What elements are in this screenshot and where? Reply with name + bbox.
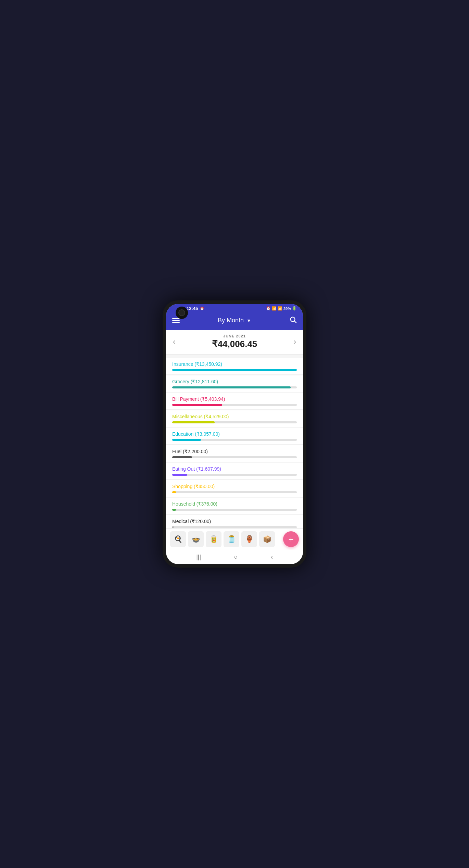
categories-list: Insurance (₹13,450.92)Grocery (₹12,811.6… bbox=[166, 355, 303, 528]
category-item[interactable]: Eating Out (₹1,607.99) bbox=[166, 463, 303, 480]
thumbnail-6[interactable]: 📦 bbox=[259, 531, 275, 547]
category-item[interactable]: Miscellaneous (₹4,529.00) bbox=[166, 410, 303, 427]
status-right: ⏰ 📶 📶 29% 🔋 bbox=[266, 306, 297, 311]
category-bar-fill bbox=[172, 439, 201, 441]
category-bar-fill bbox=[172, 456, 192, 458]
category-name: Fuel (₹2,200.00) bbox=[172, 449, 297, 454]
category-item[interactable]: Household (₹376.00) bbox=[166, 498, 303, 514]
category-bar-track bbox=[172, 474, 297, 476]
recent-apps-button[interactable]: ||| bbox=[196, 554, 201, 561]
thumbnail-2[interactable]: 🍲 bbox=[188, 531, 204, 547]
category-bar-fill bbox=[172, 421, 215, 423]
category-item[interactable]: Shopping (₹450.00) bbox=[166, 480, 303, 497]
category-bar-track bbox=[172, 369, 297, 371]
category-bar-track bbox=[172, 491, 297, 493]
category-bar-track bbox=[172, 421, 297, 423]
menu-line-2 bbox=[172, 320, 180, 321]
status-clock-icon: ⏰ bbox=[200, 307, 204, 310]
category-bar-track bbox=[172, 509, 297, 511]
category-name: Household (₹376.00) bbox=[172, 501, 297, 507]
month-info: JUNE 2021 ₹44,006.45 bbox=[212, 334, 257, 349]
bottom-thumbnails-bar: 🍳 🍲 🥫 🫙 🏺 📦 + bbox=[166, 528, 303, 550]
category-bar-fill bbox=[172, 474, 187, 476]
battery-text: 29% bbox=[283, 307, 291, 311]
category-item[interactable]: Medical (₹120.00) bbox=[166, 515, 303, 528]
alarm-icon: ⏰ bbox=[266, 306, 271, 311]
signal-icon: 📶 bbox=[278, 306, 282, 311]
home-button[interactable]: ○ bbox=[234, 554, 238, 561]
search-button[interactable] bbox=[289, 316, 297, 325]
category-bar-track bbox=[172, 404, 297, 406]
category-item[interactable]: Insurance (₹13,450.92) bbox=[166, 358, 303, 375]
battery-icon: 🔋 bbox=[292, 306, 297, 311]
category-item[interactable]: Fuel (₹2,200.00) bbox=[166, 445, 303, 462]
category-item[interactable]: Bill Payment (₹5,403.94) bbox=[166, 393, 303, 410]
category-name: Insurance (₹13,450.92) bbox=[172, 361, 297, 367]
wifi-icon: 📶 bbox=[272, 306, 277, 311]
category-name: Education (₹3,057.00) bbox=[172, 431, 297, 437]
phone-frame: 12:45 ⏰ ⏰ 📶 📶 29% 🔋 By Month ▼ bbox=[163, 300, 306, 568]
category-bar-fill bbox=[172, 491, 176, 493]
month-total-amount: ₹44,006.45 bbox=[212, 339, 257, 349]
category-bar-fill bbox=[172, 509, 176, 511]
header-title: By Month bbox=[218, 317, 244, 324]
category-item[interactable]: Education (₹3,057.00) bbox=[166, 428, 303, 445]
status-time: 12:45 bbox=[187, 306, 198, 311]
category-bar-fill bbox=[172, 369, 297, 371]
thumbnail-4[interactable]: 🫙 bbox=[224, 531, 239, 547]
category-bar-track bbox=[172, 439, 297, 441]
category-name: Eating Out (₹1,607.99) bbox=[172, 466, 297, 472]
prev-month-button[interactable]: ‹ bbox=[173, 337, 175, 346]
thumbnail-1[interactable]: 🍳 bbox=[170, 531, 186, 547]
month-navigation: ‹ JUNE 2021 ₹44,006.45 › bbox=[166, 330, 303, 355]
fab-add-button[interactable]: + bbox=[283, 531, 299, 547]
system-nav-bar: ||| ○ ‹ bbox=[166, 550, 303, 564]
category-bar-fill bbox=[172, 386, 291, 388]
phone-screen: 12:45 ⏰ ⏰ 📶 📶 29% 🔋 By Month ▼ bbox=[166, 304, 303, 564]
category-bar-fill bbox=[172, 404, 222, 406]
category-name: Grocery (₹12,811.60) bbox=[172, 379, 297, 384]
camera-lens bbox=[178, 309, 185, 316]
next-month-button[interactable]: › bbox=[294, 337, 296, 346]
back-button[interactable]: ‹ bbox=[271, 554, 273, 561]
camera-notch bbox=[176, 307, 188, 319]
category-name: Bill Payment (₹5,403.94) bbox=[172, 396, 297, 402]
thumbnail-5[interactable]: 🏺 bbox=[241, 531, 257, 547]
month-label: JUNE 2021 bbox=[212, 334, 257, 338]
menu-line-3 bbox=[172, 322, 180, 323]
category-item[interactable]: Grocery (₹12,811.60) bbox=[166, 375, 303, 392]
category-bar-track bbox=[172, 386, 297, 388]
menu-button[interactable] bbox=[172, 318, 180, 323]
svg-line-1 bbox=[294, 321, 296, 323]
category-name: Shopping (₹450.00) bbox=[172, 484, 297, 489]
category-name: Miscellaneous (₹4,529.00) bbox=[172, 414, 297, 419]
fab-plus-icon: + bbox=[288, 534, 293, 545]
header-title-group[interactable]: By Month ▼ bbox=[218, 317, 251, 324]
category-bar-track bbox=[172, 456, 297, 458]
thumbnail-3[interactable]: 🥫 bbox=[206, 531, 221, 547]
dropdown-arrow-icon: ▼ bbox=[246, 318, 251, 323]
category-name: Medical (₹120.00) bbox=[172, 519, 297, 524]
